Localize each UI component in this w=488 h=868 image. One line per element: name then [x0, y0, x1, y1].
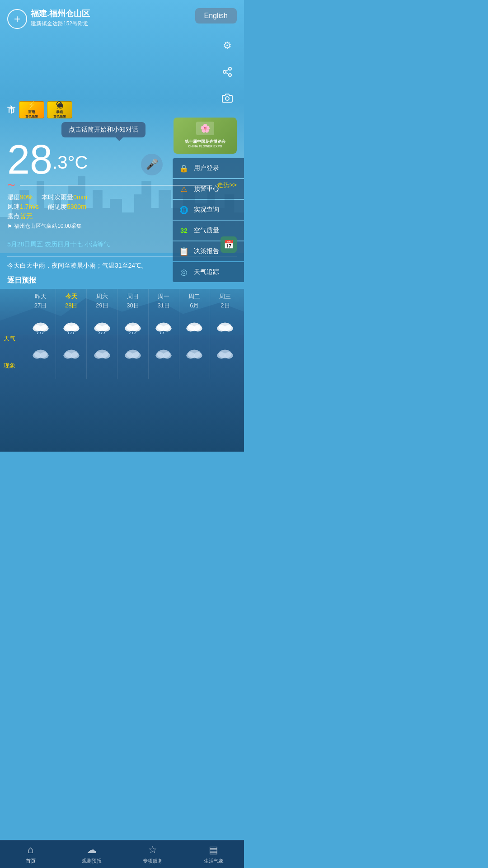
temperature-decimal: .3°C [52, 152, 88, 173]
date-strip: 5月28日周五 农历四月十七 小满等气 📅 [0, 233, 244, 256]
day-col-sat: 周六 29日 [87, 289, 117, 379]
svg-line-36 [130, 332, 131, 335]
city-label: 市 [7, 104, 15, 115]
day-date-4: 31日 [157, 302, 169, 310]
trend-link[interactable]: 走势>> [217, 181, 237, 189]
svg-point-49 [163, 352, 172, 359]
svg-line-28 [101, 332, 102, 335]
station-info: ⚑ 福州仓山区气象站10:00采集 [7, 222, 237, 230]
day-col-today: 今天 28日 [56, 289, 87, 379]
day-date-5: 6月 [190, 302, 199, 310]
svg-point-41 [132, 352, 141, 359]
svg-point-55 [194, 352, 202, 359]
temperature-integer: 28 [7, 139, 52, 180]
date-text: 5月28日周五 农历四月十七 小满等气 [7, 241, 110, 249]
warning-badges: ⚡ 雷电 黄色预警 🌦 暴雨 黄色预警 [19, 101, 72, 118]
row-labels: 天气 现象 [0, 289, 22, 379]
day-name-5: 周二 [188, 292, 200, 301]
dewpoint-detail: 露点暂无 [7, 212, 33, 221]
day-name-0: 昨天 [35, 292, 47, 301]
svg-line-9 [37, 332, 38, 335]
weather-icon-5 [185, 313, 203, 340]
weekly-forecast-container: 天气 现象 昨天 27日 [0, 289, 244, 379]
trend-line [20, 185, 212, 186]
phenomenon-icon-3 [124, 340, 142, 368]
day-date-2: 29日 [96, 302, 108, 310]
svg-point-17 [70, 325, 79, 331]
calendar-button[interactable]: 📅 [221, 236, 237, 253]
wind-detail: 风速1.7m/s [7, 203, 39, 211]
header: + 福建.福州仓山区 建新镇金达路152号附近 English [0, 0, 244, 29]
trend-area: 〜 走势>> [0, 180, 244, 191]
svg-line-11 [42, 332, 43, 335]
svg-point-61 [225, 352, 233, 359]
detail-row-2: 风速1.7m/s 能见度5300m [7, 203, 237, 211]
day-name-2: 周六 [96, 292, 108, 301]
weather-icon-1 [62, 313, 80, 340]
day-date-6: 2日 [221, 302, 230, 310]
tooltip-bubble: 点击话筒开始和小知对话 [61, 122, 145, 137]
svg-line-27 [99, 332, 100, 335]
weather-icon-4 [155, 313, 173, 340]
day-date-1: 28日 [65, 302, 77, 310]
mountain-background: 天气 现象 昨天 27日 [0, 289, 244, 452]
svg-point-23 [70, 352, 79, 359]
weather-row-label: 天气 [0, 325, 22, 352]
day-name-6: 周三 [219, 292, 231, 301]
add-location-button[interactable]: + [7, 9, 27, 29]
daily-forecast-label: 逐日预报 [0, 274, 244, 289]
svg-line-46 [163, 332, 164, 335]
day-col-tue: 周二 6月 [179, 289, 210, 379]
rainstorm-warning-badge[interactable]: 🌦 暴雨 黄色预警 [47, 101, 72, 118]
weather-details: 湿度90% 本时次雨量0mm 风速1.7m/s 能见度5300m 露点暂无 ⚑ … [0, 191, 244, 233]
english-button[interactable]: English [195, 8, 237, 24]
pulse-icon: 〜 [7, 180, 15, 191]
phenomenon-icon-0 [32, 340, 50, 368]
location-text: 福建.福州仓山区 建新镇金达路152号附近 [31, 8, 90, 28]
day-col-yesterday: 昨天 27日 [25, 289, 56, 379]
day-name-3: 周日 [127, 292, 139, 301]
location-main: 福建.福州仓山区 [31, 8, 90, 19]
phenomenon-icon-1 [62, 340, 80, 368]
weather-icon-0 [32, 313, 50, 340]
temperature-area: 28 .3°C 🎤 [0, 139, 244, 180]
phenomenon-row-label: 现象 [0, 352, 22, 379]
svg-point-14 [40, 352, 48, 359]
day-name-4: 周一 [158, 292, 169, 301]
detail-row-1: 湿度90% 本时次雨量0mm [7, 193, 237, 202]
phenomenon-icon-5 [185, 340, 203, 368]
svg-point-58 [225, 325, 233, 331]
svg-line-20 [73, 332, 74, 335]
svg-point-8 [40, 325, 48, 331]
day-col-sun: 周日 30日 [117, 289, 148, 379]
svg-point-35 [132, 325, 141, 331]
day-col-mon: 周一 31日 [149, 289, 179, 379]
detail-row-3: 露点暂无 [7, 212, 237, 221]
weekly-forecast: 昨天 27日 [22, 289, 244, 379]
forecast-text: 今天白天中雨，夜间至凌晨小雨；气温31至24℃。 [0, 257, 244, 274]
svg-point-26 [101, 325, 110, 331]
svg-line-37 [132, 332, 133, 335]
microphone-button[interactable]: 🎤 [141, 154, 163, 175]
weather-icon-6 [216, 313, 234, 340]
phenomenon-icon-6 [216, 340, 234, 368]
day-name-1: 今天 [66, 292, 77, 301]
svg-line-38 [135, 332, 136, 335]
weather-icon-2 [93, 313, 111, 340]
visibility-detail: 能见度5300m [48, 203, 86, 211]
svg-point-52 [194, 325, 202, 331]
svg-line-18 [68, 332, 69, 335]
location-area: + 福建.福州仓山区 建新镇金达路152号附近 [7, 8, 90, 29]
svg-line-45 [160, 332, 161, 335]
phenomenon-icon-4 [155, 340, 173, 368]
svg-line-19 [70, 332, 71, 335]
phenomenon-icon-2 [93, 340, 111, 368]
day-col-wed: 周三 2日 [210, 289, 240, 379]
humidity-detail: 湿度90% [7, 193, 33, 202]
svg-point-32 [101, 352, 110, 359]
warning-area: 市 ⚡ 雷电 黄色预警 🌦 暴雨 黄色预警 [0, 29, 244, 118]
svg-line-29 [104, 332, 105, 335]
weather-icon-3 [124, 313, 142, 340]
location-sub: 建新镇金达路152号附近 [31, 20, 90, 28]
thunder-warning-badge[interactable]: ⚡ 雷电 黄色预警 [19, 101, 44, 118]
